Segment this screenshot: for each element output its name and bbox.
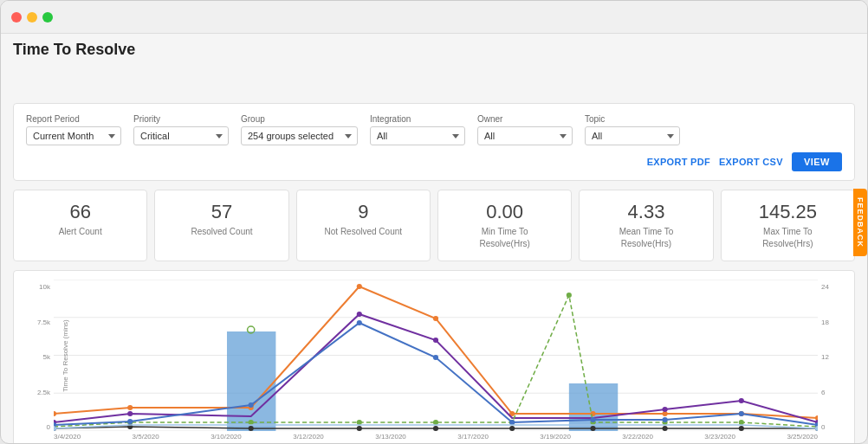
owner-select[interactable]: All [477, 126, 573, 145]
filters-panel: Report Period Current Month Priority Cri… [13, 103, 855, 181]
svg-point-6 [127, 405, 133, 410]
min-time-label: Min Time ToResolve(Hrs) [447, 226, 562, 250]
report-period-select[interactable]: Current Month [26, 126, 121, 145]
svg-point-8 [357, 284, 362, 289]
chart-area: 10k 7.5k 5k 2.5k 0 Time To Resolve (mins… [13, 270, 855, 444]
metric-alert-count: 66 Alert Count [13, 190, 147, 261]
topic-group: Topic All [585, 114, 680, 145]
integration-select[interactable]: All [370, 126, 465, 145]
x-axis-labels: 3/4/2020 3/5/2020 3/10/2020 3/12/2020 3/… [54, 433, 818, 441]
main-content: Report Period Current Month Priority Cri… [1, 94, 867, 444]
svg-point-16 [127, 411, 133, 416]
report-period-label: Report Period [26, 114, 121, 124]
svg-point-34 [127, 419, 133, 424]
metrics-row: 66 Alert Count 57 Resolved Count 9 Not R… [13, 190, 855, 261]
svg-point-28 [567, 293, 572, 298]
report-period-group: Report Period Current Month [26, 114, 121, 145]
owner-label: Owner [477, 114, 573, 124]
metric-not-resolved-count: 9 Not Resolved Count [296, 190, 431, 261]
resolve-count-line [54, 314, 818, 422]
action-row: EXPORT PDF EXPORT CSV VIEW [26, 152, 842, 171]
chart-inner: Time To Resolve (mins) [54, 280, 818, 431]
svg-point-18 [433, 338, 438, 343]
topic-label: Topic [585, 114, 680, 124]
svg-point-5 [54, 411, 56, 416]
metric-resolved-count: 57 Resolved Count [154, 190, 288, 261]
y-axis-right: 24 18 12 6 0 [818, 280, 845, 431]
chart-svg [54, 280, 818, 431]
mean-time-value: 4.33 [588, 201, 703, 223]
svg-point-51 [739, 426, 744, 431]
svg-point-48 [509, 426, 515, 431]
app-window: Time To Resolve Report Period Current Mo… [0, 0, 868, 444]
svg-point-41 [739, 411, 744, 416]
svg-point-47 [433, 426, 438, 431]
y-axis-left: 10k 7.5k 5k 2.5k 0 [23, 280, 54, 431]
resolved-count-value: 57 [164, 201, 279, 223]
svg-point-9 [433, 316, 438, 321]
metric-min-time: 0.00 Min Time ToResolve(Hrs) [437, 190, 572, 261]
priority-label: Priority [133, 114, 229, 124]
metric-max-time: 145.25 Max Time ToResolve(Hrs) [721, 190, 855, 261]
page-title: Time To Resolve [13, 41, 135, 59]
filter-row: Report Period Current Month Priority Cri… [26, 114, 842, 145]
svg-point-24 [249, 420, 254, 425]
group-group: Group 254 groups selected [241, 114, 358, 145]
close-button[interactable] [11, 12, 22, 23]
priority-group: Priority Critical [133, 114, 229, 145]
alert-count-label: Alert Count [23, 226, 138, 238]
y-axis-left-label: Time To Resolve (mins) [62, 319, 69, 392]
view-button[interactable]: VIEW [792, 152, 842, 171]
alert-count-value: 66 [23, 201, 138, 223]
max-time-label: Max Time ToResolve(Hrs) [730, 226, 845, 250]
mean-time-label: Mean Time ToResolve(Hrs) [588, 226, 703, 250]
svg-point-45 [249, 426, 254, 431]
metric-mean-time: 4.33 Mean Time ToResolve(Hrs) [579, 190, 713, 261]
titlebar [1, 1, 867, 34]
group-select[interactable]: 254 groups selected [241, 126, 358, 145]
svg-point-50 [663, 426, 668, 431]
alert-count-line [54, 286, 818, 418]
minimize-button[interactable] [27, 12, 37, 23]
not-resolved-count-value: 9 [306, 201, 421, 223]
feedback-tab[interactable]: FEEDBACK [853, 188, 867, 255]
svg-point-31 [739, 420, 744, 425]
svg-point-49 [590, 426, 595, 431]
integration-label: Integration [370, 114, 465, 124]
svg-point-26 [433, 420, 438, 425]
svg-point-46 [357, 426, 362, 431]
svg-point-39 [590, 417, 595, 422]
group-label: Group [241, 114, 358, 124]
resolved-count-label: Resolved Count [164, 226, 279, 238]
svg-point-19 [663, 407, 668, 412]
owner-group: Owner All [477, 114, 573, 145]
maximize-button[interactable] [42, 12, 53, 23]
svg-point-20 [739, 398, 744, 403]
svg-point-17 [357, 312, 362, 317]
not-resolved-count-label: Not Resolved Count [306, 226, 421, 238]
export-pdf-button[interactable]: EXPORT PDF [647, 157, 710, 167]
priority-select[interactable]: Critical [133, 126, 229, 145]
svg-point-37 [433, 355, 438, 360]
topic-select[interactable]: All [585, 126, 680, 145]
traffic-lights [11, 12, 53, 23]
svg-point-35 [249, 402, 254, 408]
svg-point-36 [357, 320, 362, 325]
svg-point-40 [663, 417, 668, 422]
svg-point-38 [509, 420, 515, 425]
export-csv-button[interactable]: EXPORT CSV [719, 157, 783, 167]
integration-group: Integration All [370, 114, 465, 145]
svg-point-25 [357, 420, 362, 425]
min-time-value: 0.00 [447, 201, 562, 223]
max-time-value: 145.25 [730, 201, 845, 223]
